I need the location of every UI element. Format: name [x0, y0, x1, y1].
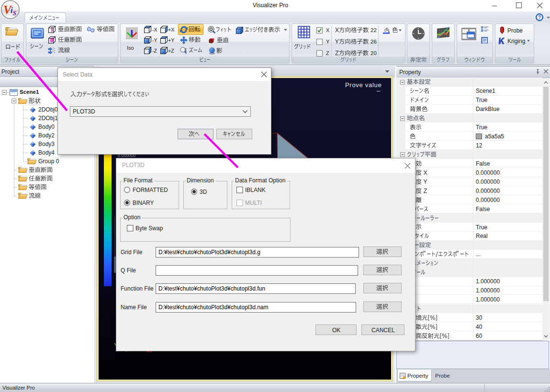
svg-text:?: ?	[538, 15, 541, 20]
svg-text:s: s	[12, 7, 16, 17]
